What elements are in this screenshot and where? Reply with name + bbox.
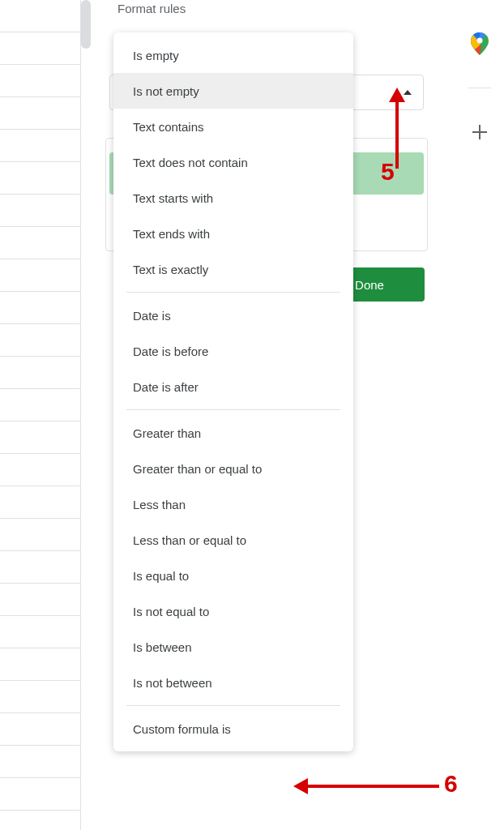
condition-dropdown: Is emptyIs not emptyText containsText do… xyxy=(113,32,353,751)
dropdown-item[interactable]: Text contains xyxy=(113,109,353,144)
sheet-cell[interactable] xyxy=(0,97,80,130)
sheet-cell[interactable] xyxy=(0,227,80,259)
sheet-cell[interactable] xyxy=(0,65,80,97)
sheet-cell[interactable] xyxy=(0,616,80,648)
dropdown-item[interactable]: Date is xyxy=(113,297,353,333)
dropdown-item[interactable]: Text is exactly xyxy=(113,251,353,287)
dropdown-item[interactable]: Is empty xyxy=(113,37,353,73)
sheet-cell[interactable] xyxy=(0,486,80,519)
spreadsheet-rows xyxy=(0,0,81,830)
sheet-cell[interactable] xyxy=(0,195,80,227)
sheet-cell[interactable] xyxy=(0,681,80,713)
panel-title: Format rules xyxy=(117,2,429,15)
dropdown-item[interactable]: Less than xyxy=(113,486,353,522)
annotation-label-6: 6 xyxy=(444,770,458,798)
sheet-cell[interactable] xyxy=(0,421,80,454)
plus-icon[interactable] xyxy=(468,121,491,143)
sheet-cell[interactable] xyxy=(0,0,80,32)
sheet-cell[interactable] xyxy=(0,519,80,551)
sheet-cell[interactable] xyxy=(0,389,80,421)
sheet-cell[interactable] xyxy=(0,162,80,195)
done-label: Done xyxy=(355,278,384,292)
dropdown-item[interactable]: Is not between xyxy=(113,665,353,700)
dropdown-divider xyxy=(126,409,340,410)
dropdown-item[interactable]: Is not empty xyxy=(113,73,353,109)
sheet-cell[interactable] xyxy=(0,259,80,292)
dropdown-item[interactable]: Greater than xyxy=(113,415,353,451)
sheet-cell[interactable] xyxy=(0,584,80,616)
dropdown-item[interactable]: Is not equal to xyxy=(113,593,353,629)
dropdown-item[interactable]: Custom formula is xyxy=(113,711,353,747)
scrollbar-thumb[interactable] xyxy=(81,0,91,49)
sheet-cell[interactable] xyxy=(0,713,80,746)
dropdown-item[interactable]: Less than or equal to xyxy=(113,522,353,558)
dropdown-item[interactable]: Text starts with xyxy=(113,180,353,216)
sheet-cell[interactable] xyxy=(0,130,80,162)
dropdown-item[interactable]: Date is before xyxy=(113,333,353,369)
dropdown-item[interactable]: Is equal to xyxy=(113,558,353,593)
sheet-cell[interactable] xyxy=(0,778,80,811)
sheet-cell[interactable] xyxy=(0,746,80,778)
maps-icon[interactable] xyxy=(468,32,491,55)
dropdown-item[interactable]: Text ends with xyxy=(113,216,353,251)
dropdown-item[interactable]: Date is after xyxy=(113,369,353,404)
svg-point-0 xyxy=(477,38,483,44)
dropdown-divider xyxy=(126,292,340,293)
dropdown-item[interactable]: Is between xyxy=(113,629,353,665)
sheet-cell[interactable] xyxy=(0,292,80,324)
format-rules-panel: Format rules xyxy=(105,2,429,25)
dropdown-item[interactable]: Greater than or equal to xyxy=(113,451,353,486)
sheet-cell[interactable] xyxy=(0,551,80,584)
sheet-cell[interactable] xyxy=(0,454,80,486)
sheet-cell[interactable] xyxy=(0,324,80,357)
sheet-cell[interactable] xyxy=(0,32,80,65)
sheet-cell[interactable] xyxy=(0,357,80,389)
chevron-up-icon xyxy=(404,90,412,95)
divider xyxy=(468,88,491,88)
annotation-arrow-6 xyxy=(293,777,439,796)
side-panel-toolbar xyxy=(463,32,496,143)
dropdown-item[interactable]: Text does not contain xyxy=(113,144,353,180)
dropdown-divider xyxy=(126,705,340,706)
sheet-cell[interactable] xyxy=(0,648,80,681)
